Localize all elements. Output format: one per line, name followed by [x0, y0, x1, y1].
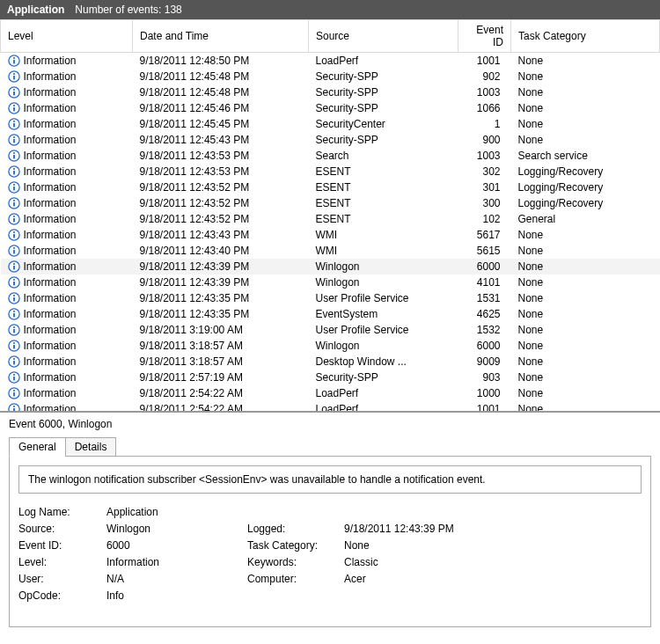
event-row[interactable]: Information9/18/2011 12:43:35 PMEventSys…: [1, 306, 660, 322]
event-row[interactable]: Information9/18/2011 3:18:57 AMWinlogon6…: [1, 338, 660, 354]
event-row[interactable]: Information9/18/2011 12:45:48 PMSecurity…: [1, 69, 660, 84]
event-row[interactable]: Information9/18/2011 12:45:43 PMSecurity…: [1, 132, 660, 148]
cell-id: 1531: [458, 290, 511, 306]
svg-rect-17: [13, 139, 15, 143]
detail-title: Event 6000, Winlogon: [9, 418, 651, 430]
cell-source: ESENT: [309, 195, 458, 211]
cell-source: ESENT: [309, 179, 458, 195]
cell-id: 900: [458, 132, 511, 148]
val-computer: Acer: [344, 573, 642, 585]
event-row[interactable]: Information9/18/2011 2:54:22 AMLoadPerf1…: [1, 385, 660, 401]
cell-source: EventSystem: [309, 306, 458, 322]
cell-date: 9/18/2011 12:43:40 PM: [133, 243, 309, 259]
cell-category: None: [511, 338, 660, 354]
lbl-keywords: Keywords:: [247, 556, 344, 568]
event-row[interactable]: Information9/18/2011 12:43:43 PMWMI5617N…: [1, 227, 660, 243]
svg-rect-35: [13, 234, 15, 238]
cell-id: 5617: [458, 227, 511, 243]
cell-id: 1532: [458, 322, 511, 338]
lbl-eventid: Event ID:: [18, 539, 106, 552]
cell-level: Information: [24, 181, 77, 194]
col-header-date[interactable]: Date and Time: [133, 20, 309, 53]
cell-source: Winlogon: [309, 259, 458, 274]
event-row[interactable]: Information9/18/2011 12:43:35 PMUser Pro…: [1, 290, 660, 306]
cell-category: Logging/Recovery: [511, 179, 660, 195]
cell-category: None: [511, 227, 660, 243]
svg-rect-14: [13, 123, 15, 128]
svg-point-22: [12, 168, 14, 170]
tab-general[interactable]: General: [9, 437, 66, 457]
col-header-level[interactable]: Level: [1, 20, 133, 53]
event-row[interactable]: Information9/18/2011 3:18:57 AMDesktop W…: [1, 354, 660, 370]
cell-level: Information: [24, 86, 77, 99]
val-category: None: [344, 539, 642, 552]
event-row[interactable]: Information9/18/2011 12:43:39 PMWinlogon…: [1, 259, 660, 274]
svg-point-13: [12, 121, 14, 122]
cell-id: 300: [458, 195, 511, 211]
event-row[interactable]: Information9/18/2011 12:43:52 PMESENT300…: [1, 195, 660, 211]
svg-point-4: [12, 73, 14, 75]
col-header-id[interactable]: Event ID: [458, 20, 511, 53]
col-header-source[interactable]: Source: [309, 20, 458, 53]
cell-level: Information: [24, 118, 77, 130]
info-icon: [8, 292, 20, 304]
cell-source: Desktop Window ...: [309, 354, 458, 370]
cell-date: 9/18/2011 3:18:57 AM: [133, 354, 309, 370]
event-row[interactable]: Information9/18/2011 12:48:50 PMLoadPerf…: [1, 53, 660, 70]
svg-rect-41: [13, 266, 15, 270]
event-row[interactable]: Information9/18/2011 12:45:48 PMSecurity…: [1, 84, 660, 100]
cell-date: 9/18/2011 3:19:00 AM: [133, 322, 309, 338]
cell-category: None: [511, 370, 660, 385]
svg-point-58: [12, 358, 14, 360]
event-row[interactable]: Information9/18/2011 12:43:40 PMWMI5615N…: [1, 243, 660, 259]
info-icon: [8, 150, 20, 162]
cell-date: 9/18/2011 3:18:57 AM: [133, 338, 309, 354]
info-icon: [8, 403, 20, 412]
cell-id: 1003: [458, 84, 511, 100]
info-icon: [8, 276, 20, 289]
event-row[interactable]: Information9/18/2011 3:19:00 AMUser Prof…: [1, 322, 660, 338]
cell-source: Security-SPP: [309, 69, 458, 84]
svg-point-10: [12, 105, 14, 106]
event-row[interactable]: Information9/18/2011 2:54:22 AMLoadPerf1…: [1, 401, 660, 412]
svg-rect-59: [13, 361, 15, 365]
event-row[interactable]: Information9/18/2011 12:43:52 PMESENT102…: [1, 211, 660, 227]
svg-rect-53: [13, 329, 15, 333]
cell-source: Winlogon: [309, 338, 458, 354]
info-icon: [8, 86, 20, 99]
event-row[interactable]: Information9/18/2011 12:43:53 PMESENT302…: [1, 164, 660, 179]
svg-rect-20: [13, 155, 15, 159]
col-header-category[interactable]: Task Category: [511, 20, 660, 53]
cell-date: 9/18/2011 2:54:22 AM: [133, 385, 309, 401]
cell-id: 6000: [458, 338, 511, 354]
event-row[interactable]: Information9/18/2011 12:45:46 PMSecurity…: [1, 100, 660, 116]
cell-id: 6000: [458, 259, 511, 274]
val-keywords: Classic: [344, 556, 642, 568]
tab-content-general: The winlogon notification subscriber <Se…: [9, 456, 651, 627]
info-icon: [8, 55, 20, 67]
cell-source: ESENT: [309, 164, 458, 179]
cell-date: 9/18/2011 12:43:39 PM: [133, 274, 309, 290]
cell-category: None: [511, 322, 660, 338]
cell-date: 9/18/2011 12:43:39 PM: [133, 259, 309, 274]
svg-point-25: [12, 184, 14, 186]
event-row[interactable]: Information9/18/2011 12:43:39 PMWinlogon…: [1, 274, 660, 290]
svg-point-55: [12, 342, 14, 344]
event-row[interactable]: Information9/18/2011 2:57:19 AMSecurity-…: [1, 370, 660, 385]
cell-category: None: [511, 243, 660, 259]
event-row[interactable]: Information9/18/2011 12:45:45 PMSecurity…: [1, 116, 660, 132]
svg-point-49: [12, 311, 14, 312]
cell-level: Information: [24, 403, 77, 412]
cell-id: 5615: [458, 243, 511, 259]
event-grid-scroll[interactable]: Level Date and Time Source Event ID Task…: [0, 19, 660, 412]
event-row[interactable]: Information9/18/2011 12:43:53 PMSearch10…: [1, 148, 660, 164]
cell-id: 1001: [458, 401, 511, 412]
cell-level: Information: [24, 55, 77, 67]
info-icon: [8, 260, 20, 273]
cell-id: 1003: [458, 148, 511, 164]
val-logged: 9/18/2011 12:43:39 PM: [344, 523, 642, 535]
cell-level: Information: [24, 371, 77, 384]
tab-details[interactable]: Details: [65, 437, 117, 457]
event-row[interactable]: Information9/18/2011 12:43:52 PMESENT301…: [1, 179, 660, 195]
val-eventid: 6000: [106, 539, 247, 552]
